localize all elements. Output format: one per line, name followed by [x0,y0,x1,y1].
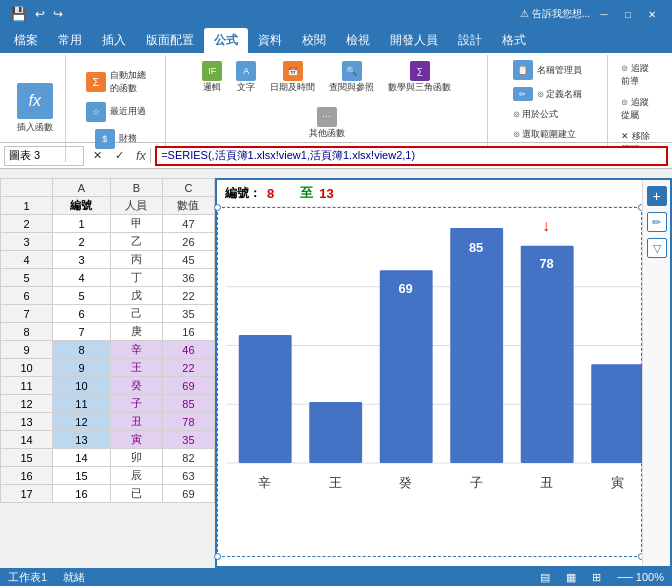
other-functions-button[interactable]: ⋯ 其他函數 [304,104,350,143]
status-view-normal[interactable]: ▤ [540,571,550,584]
cell-a3[interactable]: 2 [53,233,111,251]
tab-file[interactable]: 檔案 [4,28,48,53]
chart-edit-button[interactable]: ✏ [647,212,667,232]
cell-c5[interactable]: 36 [162,269,214,287]
tab-view[interactable]: 檢視 [336,28,380,53]
confirm-formula-icon[interactable]: ✓ [110,147,128,165]
cell-a10[interactable]: 9 [53,359,111,377]
cell-a9[interactable]: 8 [53,341,111,359]
formula-input[interactable]: =SERIES(,活頁簿1.xlsx!view1,活頁簿1.xlsx!view2… [155,146,668,166]
col-header-a[interactable]: A [53,179,111,197]
status-view-layout[interactable]: ▦ [566,571,576,584]
cell-c13[interactable]: 78 [162,413,214,431]
cell-c10[interactable]: 22 [162,359,214,377]
tab-data[interactable]: 資料 [248,28,292,53]
datetime-button[interactable]: 📅 日期及時間 [265,58,320,97]
use-in-formula-button[interactable]: ⊙ 用於公式 [508,105,588,124]
tab-formula[interactable]: 公式 [204,28,248,53]
chart-area[interactable]: 編號： 8 至 13 ↓ 46 [215,178,672,568]
cell-b14[interactable]: 寅 [110,431,162,449]
name-box[interactable]: 圖表 3 [4,146,84,166]
status-view-page[interactable]: ⊞ [592,571,601,584]
cell-a13[interactable]: 12 [53,413,111,431]
recent-button[interactable]: ☆ 最近用過 [81,99,151,125]
cell-c15[interactable]: 82 [162,449,214,467]
cell-a7[interactable]: 6 [53,305,111,323]
status-zoom[interactable]: ── 100% [617,571,664,583]
tab-developer[interactable]: 開發人員 [380,28,448,53]
cell-b5[interactable]: 丁 [110,269,162,287]
cell-b3[interactable]: 乙 [110,233,162,251]
status-sheet[interactable]: 工作表1 [8,570,47,585]
maximize-button[interactable]: □ [618,4,638,24]
tab-insert[interactable]: 插入 [92,28,136,53]
cell-a12[interactable]: 11 [53,395,111,413]
cell-c17[interactable]: 69 [162,485,214,503]
cell-c7[interactable]: 35 [162,305,214,323]
cell-c2[interactable]: 47 [162,215,214,233]
cell-a11[interactable]: 10 [53,377,111,395]
cell-a15[interactable]: 14 [53,449,111,467]
cell-a4[interactable]: 3 [53,251,111,269]
cell-c1[interactable]: 數值 [162,197,214,215]
trace-precedent-button[interactable]: ⊙ 追蹤前導 [616,59,660,91]
cell-c12[interactable]: 85 [162,395,214,413]
cell-c6[interactable]: 22 [162,287,214,305]
cell-b2[interactable]: 甲 [110,215,162,233]
math-button[interactable]: ∑ 數學與三角函數 [383,58,456,97]
cell-b1[interactable]: 人員 [110,197,162,215]
define-name-button[interactable]: ✏ ⊙ 定義名稱 [508,84,588,104]
redo-icon[interactable]: ↪ [53,7,63,21]
cell-a2[interactable]: 1 [53,215,111,233]
cell-b10[interactable]: 王 [110,359,162,377]
cell-a6[interactable]: 5 [53,287,111,305]
cell-b11[interactable]: 癸 [110,377,162,395]
cell-c16[interactable]: 63 [162,467,214,485]
chart-filter-button[interactable]: ▽ [647,238,667,258]
tab-format[interactable]: 格式 [492,28,536,53]
cell-c3[interactable]: 26 [162,233,214,251]
save-icon[interactable]: 💾 [10,6,27,22]
cell-b16[interactable]: 辰 [110,467,162,485]
cell-b7[interactable]: 己 [110,305,162,323]
col-header-c[interactable]: C [162,179,214,197]
cell-b6[interactable]: 戊 [110,287,162,305]
chart-add-button[interactable]: + [647,186,667,206]
tab-layout[interactable]: 版面配置 [136,28,204,53]
name-manager-button[interactable]: 📋 名稱管理員 [508,57,588,83]
lookup-button[interactable]: 🔍 查閱與參照 [324,58,379,97]
cell-b15[interactable]: 卯 [110,449,162,467]
cell-a14[interactable]: 13 [53,431,111,449]
cell-c8[interactable]: 16 [162,323,214,341]
cell-c9[interactable]: 46 [162,341,214,359]
cell-a17[interactable]: 16 [53,485,111,503]
trace-dependent-button[interactable]: ⊙ 追蹤從屬 [616,93,660,125]
cell-b4[interactable]: 丙 [110,251,162,269]
close-button[interactable]: ✕ [642,4,662,24]
cell-c14[interactable]: 35 [162,431,214,449]
insert-function-button[interactable]: fx 插入函數 [12,80,58,137]
logic-button[interactable]: IF 邏輯 [197,58,227,97]
cell-c11[interactable]: 69 [162,377,214,395]
col-header-b[interactable]: B [110,179,162,197]
cancel-formula-icon[interactable]: ✕ [88,147,106,165]
cell-a5[interactable]: 4 [53,269,111,287]
cell-b13[interactable]: 丑 [110,413,162,431]
cell-a8[interactable]: 7 [53,323,111,341]
cell-a16[interactable]: 15 [53,467,111,485]
undo-icon[interactable]: ↩ [35,7,45,21]
text-button[interactable]: A 文字 [231,58,261,97]
cell-c4[interactable]: 45 [162,251,214,269]
cell-a1[interactable]: 編號 [53,197,111,215]
tab-home[interactable]: 常用 [48,28,92,53]
autosum-button[interactable]: Σ 自動加總的函數 [81,66,151,98]
cell-b17[interactable]: 已 [110,485,162,503]
minimize-button[interactable]: ─ [594,4,614,24]
cell-b8[interactable]: 庚 [110,323,162,341]
cell-b9[interactable]: 辛 [110,341,162,359]
formula-fx-icon[interactable]: fx [132,148,151,163]
tab-design[interactable]: 設計 [448,28,492,53]
tab-review[interactable]: 校閱 [292,28,336,53]
cell-b12[interactable]: 子 [110,395,162,413]
create-from-selection-button[interactable]: ⊙ 選取範圍建立 [508,125,588,144]
